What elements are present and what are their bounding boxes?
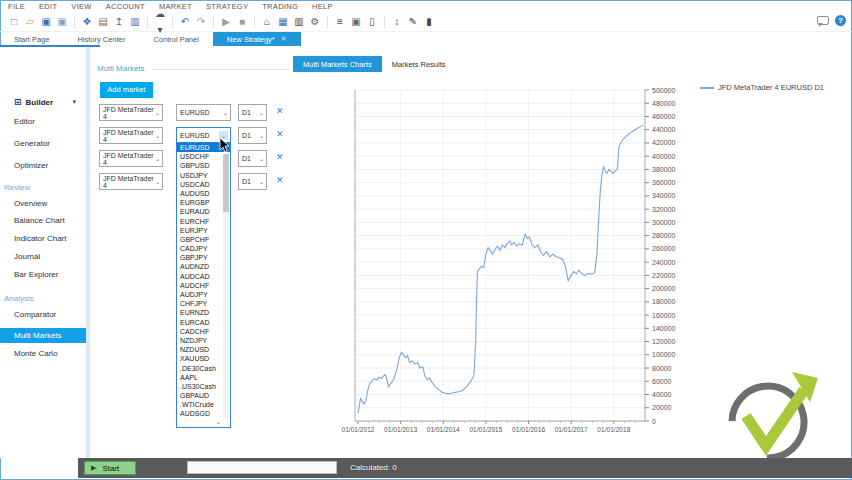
menu-view[interactable]: VIEW: [71, 2, 91, 13]
chevron-down-icon[interactable]: ▾: [72, 98, 76, 106]
sidebar-item-overview[interactable]: Overview: [0, 199, 86, 208]
tab-start-page[interactable]: Start Page: [0, 32, 63, 46]
sidebar-item-bar-explorer[interactable]: Bar Explorer: [0, 270, 86, 279]
bar-chart-icon[interactable]: ▥: [291, 14, 307, 30]
edit-icon[interactable]: ✎: [405, 14, 421, 30]
dropdown-scrollbar-thumb[interactable]: [223, 154, 229, 212]
symbol-select[interactable]: EURUSD⌄: [176, 104, 231, 121]
menu-help[interactable]: HELP: [312, 2, 333, 13]
chevron-down-icon: ⌄: [259, 132, 264, 139]
broker-select[interactable]: JFD MetaTrader 4⌄: [99, 173, 163, 190]
broker-select[interactable]: JFD MetaTrader 4⌄: [99, 150, 163, 167]
sidebar-item-generator[interactable]: Generator: [0, 139, 86, 148]
remove-market-button[interactable]: ✕: [276, 106, 284, 116]
svg-text:240000: 240000: [652, 259, 675, 266]
period-select[interactable]: D1⌄: [238, 173, 267, 190]
svg-text:260000: 260000: [652, 245, 675, 252]
market-row: JFD MetaTrader 4⌄EURUSD⌄D1⌄✕: [99, 104, 289, 121]
sort-icon[interactable]: ↕: [389, 14, 405, 30]
sidebar-item-balance-chart[interactable]: Balance Chart: [0, 216, 86, 225]
svg-text:380000: 380000: [652, 166, 675, 173]
svg-text:360000: 360000: [652, 179, 675, 186]
sidebar-item-multi-markets[interactable]: Multi Markets: [0, 328, 86, 343]
svg-text:80000: 80000: [652, 365, 672, 372]
menu-edit[interactable]: EDIT: [39, 2, 57, 13]
broker-select[interactable]: JFD MetaTrader 4⌄: [99, 127, 163, 144]
connect-icon[interactable]: ❖: [79, 14, 95, 30]
play-icon[interactable]: ▶: [218, 14, 234, 30]
sidebar-item-monte-carlo[interactable]: Monte Carlo: [0, 349, 86, 358]
open-icon[interactable]: ▱: [22, 14, 38, 30]
svg-text:280000: 280000: [652, 232, 675, 239]
list-icon[interactable]: ≡: [332, 14, 348, 30]
sidebar-item-indicator-chart[interactable]: Indicator Chart: [0, 234, 86, 243]
sidebar-item-editor[interactable]: Editor: [0, 117, 86, 126]
paste-icon[interactable]: ▤: [95, 14, 111, 30]
help-icon[interactable]: ?: [835, 15, 846, 26]
tab-new-strategy-[interactable]: New Strategy*✕: [213, 32, 301, 46]
svg-text:01/01/2012: 01/01/2012: [341, 426, 374, 433]
chevron-down-icon: ⌄: [259, 155, 264, 162]
add-market-button[interactable]: Add market: [100, 82, 153, 98]
menu-file[interactable]: FILE: [8, 2, 25, 13]
tab-control-panel[interactable]: Control Panel: [139, 32, 212, 46]
columns-icon[interactable]: ▮: [421, 14, 437, 30]
start-button[interactable]: ▶ Start: [84, 461, 136, 475]
remove-market-button[interactable]: ✕: [276, 152, 284, 162]
period-select[interactable]: D1⌄: [238, 127, 267, 144]
chart-tab-multi-markets-charts[interactable]: Multi Markets Charts: [293, 56, 382, 72]
sidebar-header-label: Builder: [26, 98, 54, 107]
toolbar-separator: [147, 16, 148, 28]
dropdown-scroll-down-icon[interactable]: ⌄: [216, 418, 221, 425]
builder-grid-icon: ⊞: [14, 97, 22, 107]
symbol-select-value: EURUSD: [180, 109, 210, 116]
export-icon[interactable]: ↥: [111, 14, 127, 30]
table-icon[interactable]: ▦: [275, 14, 291, 30]
stop-icon[interactable]: ■: [234, 14, 250, 30]
sidebar-section-analysis: Analysis: [0, 294, 86, 303]
chart-tab-markets-results[interactable]: Markets Results: [382, 56, 456, 72]
home-icon[interactable]: ⌂: [259, 14, 275, 30]
redo-icon[interactable]: ↷: [193, 14, 209, 30]
sidebar-divider: [86, 47, 90, 458]
svg-text:160000: 160000: [652, 312, 675, 319]
period-select[interactable]: D1⌄: [238, 150, 267, 167]
sidebar-item-journal[interactable]: Journal: [0, 252, 86, 261]
svg-text:40000: 40000: [652, 391, 672, 398]
broker-select-value: JFD MetaTrader 4: [103, 152, 155, 166]
broker-select-value: JFD MetaTrader 4: [103, 175, 155, 189]
chart-tab-strip: Multi Markets ChartsMarkets Results: [293, 56, 456, 72]
sidebar-item-builder[interactable]: ⊞Builder▾: [0, 97, 86, 107]
menu-trading[interactable]: TRADING: [262, 2, 298, 13]
close-icon[interactable]: ✕: [281, 35, 287, 43]
svg-text:180000: 180000: [652, 298, 675, 305]
broker-select[interactable]: JFD MetaTrader 4⌄: [99, 104, 163, 121]
toolbar-separator: [384, 16, 385, 28]
save-icon[interactable]: ▣: [38, 14, 54, 30]
sidebar-item-optimizer[interactable]: Optimizer: [0, 161, 86, 170]
period-select[interactable]: D1⌄: [238, 104, 267, 121]
broker-select-value: JFD MetaTrader 4: [103, 129, 155, 143]
save-as-icon[interactable]: ▣: [54, 14, 70, 30]
play-icon: ▶: [91, 464, 96, 472]
tab-history-center[interactable]: History Center: [63, 32, 139, 46]
svg-text:120000: 120000: [652, 338, 675, 345]
save-data-icon[interactable]: ▥: [127, 14, 143, 30]
application-window: FILEEDITVIEWACCOUNTMARKETSTRATEGYTRADING…: [0, 0, 852, 480]
feedback-icon[interactable]: [817, 16, 829, 25]
dropdown-scrollbar[interactable]: [223, 154, 229, 419]
menu-account[interactable]: ACCOUNT: [106, 2, 145, 13]
svg-text:01/01/2013: 01/01/2013: [384, 426, 417, 433]
note-icon[interactable]: ▯: [364, 14, 380, 30]
sidebar-item-comparator[interactable]: Comparator: [0, 310, 86, 319]
svg-text:100000: 100000: [652, 351, 675, 358]
gear-icon[interactable]: ⚙: [307, 14, 323, 30]
undo-icon[interactable]: ↶: [177, 14, 193, 30]
menu-strategy[interactable]: STRATEGY: [206, 2, 248, 13]
new-strategy-icon[interactable]: □: [6, 14, 22, 30]
copy-icon[interactable]: ▣: [348, 14, 364, 30]
remove-market-button[interactable]: ✕: [276, 175, 284, 185]
remove-market-button[interactable]: ✕: [276, 129, 284, 139]
chevron-down-icon: ⌄: [259, 178, 264, 185]
growth-check-logo: [722, 368, 826, 462]
